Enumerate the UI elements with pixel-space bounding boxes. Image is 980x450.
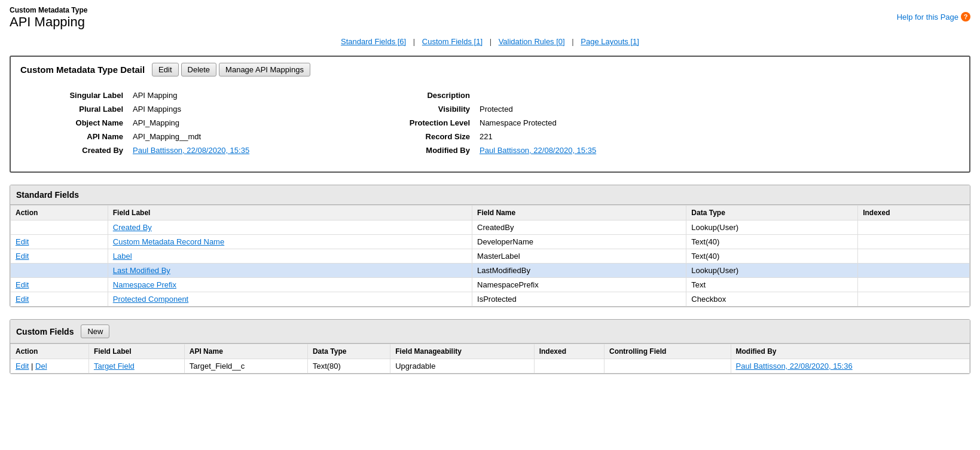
cf-row-action[interactable]: Edit | Del bbox=[11, 359, 89, 374]
cf-row-modified-by[interactable]: Paul Battisson, 22/08/2020, 15:36 bbox=[731, 359, 969, 374]
standard-fields-row: Last Modified ByLastModifiedByLookup(Use… bbox=[11, 264, 970, 278]
sf-row-field-name: MasterLabel bbox=[472, 249, 686, 264]
cf-row-api-name: Target_Field__c bbox=[184, 359, 307, 374]
cf-row-field-label[interactable]: Target Field bbox=[88, 359, 184, 374]
cf-row-controlling-field bbox=[605, 359, 731, 374]
standard-fields-row: EditNamespace PrefixNamespacePrefixText bbox=[11, 278, 970, 292]
sf-row-action[interactable]: Edit bbox=[11, 249, 108, 264]
cf-del-link[interactable]: Del bbox=[35, 362, 47, 371]
visibility-value: Protected bbox=[475, 102, 960, 116]
custom-fields-title: Custom Fields bbox=[16, 327, 74, 336]
col-field-name: Field Name bbox=[472, 206, 686, 221]
sf-row-action bbox=[11, 221, 108, 235]
detail-row-object-name: Object Name API_Mapping Protection Level… bbox=[20, 116, 960, 130]
metadata-type-label: Custom Metadata Type bbox=[10, 6, 87, 14]
cf-row-data-type: Text(80) bbox=[307, 359, 390, 374]
sf-edit-link[interactable]: Edit bbox=[16, 295, 29, 304]
custom-fields-row: Edit | DelTarget FieldTarget_Field__cTex… bbox=[11, 359, 970, 374]
api-name-value: API_Mapping__mdt bbox=[128, 130, 367, 143]
detail-row-created-by: Created By Paul Battisson, 22/08/2020, 1… bbox=[20, 143, 960, 157]
sf-row-field-name: CreatedBy bbox=[472, 221, 686, 235]
detail-row-singular-label: Singular Label API Mapping Description bbox=[20, 88, 960, 102]
sf-row-data-type: Text(40) bbox=[686, 235, 858, 249]
col-indexed: Indexed bbox=[858, 206, 970, 221]
cf-row-indexed bbox=[534, 359, 604, 374]
modified-by-link[interactable]: Paul Battisson, 22/08/2020, 15:35 bbox=[480, 146, 596, 155]
cf-row-field-label-link[interactable]: Target Field bbox=[94, 362, 135, 371]
cf-row-manageability: Upgradable bbox=[390, 359, 534, 374]
sf-field-label-link[interactable]: Custom Metadata Record Name bbox=[113, 237, 224, 246]
custom-fields-header: Custom Fields New bbox=[10, 320, 970, 344]
sf-field-label-link[interactable]: Last Modified By bbox=[113, 266, 170, 275]
sf-row-field-name: NamespacePrefix bbox=[472, 278, 686, 292]
manage-api-mappings-button[interactable]: Manage API Mappings bbox=[219, 63, 310, 76]
cf-edit-link[interactable]: Edit bbox=[16, 362, 29, 371]
visibility-label: Visibility bbox=[367, 102, 475, 116]
custom-fields-section: Custom Fields New Action Field Label API… bbox=[10, 319, 970, 374]
page-header: Custom Metadata Type API Mapping Help fo… bbox=[10, 6, 970, 30]
standard-fields-header: Standard Fields bbox=[10, 185, 970, 205]
sf-row-data-type: Checkbox bbox=[686, 292, 858, 307]
plural-label-label: Plural Label bbox=[20, 102, 128, 116]
detail-fields-table: Singular Label API Mapping Description P… bbox=[20, 88, 960, 157]
col-data-type: Data Type bbox=[686, 206, 858, 221]
sf-row-field-label: Custom Metadata Record Name bbox=[108, 235, 472, 249]
nav-standard-fields[interactable]: Standard Fields [6] bbox=[341, 37, 406, 46]
page-title-section: Custom Metadata Type API Mapping bbox=[10, 6, 87, 30]
sf-row-indexed bbox=[858, 292, 970, 307]
standard-fields-row: EditCustom Metadata Record NameDeveloper… bbox=[11, 235, 970, 249]
api-name-label: API Name bbox=[20, 130, 128, 143]
object-name-label: Object Name bbox=[20, 116, 128, 130]
sf-row-data-type: Text(40) bbox=[686, 249, 858, 264]
cf-row-modified-by-link[interactable]: Paul Battisson, 22/08/2020, 15:36 bbox=[736, 362, 853, 371]
sf-edit-link[interactable]: Edit bbox=[16, 237, 29, 246]
sf-row-field-label: Protected Component bbox=[108, 292, 472, 307]
edit-button[interactable]: Edit bbox=[152, 63, 178, 76]
cf-col-field-label: Field Label bbox=[88, 344, 184, 359]
custom-fields-col-headers: Action Field Label API Name Data Type Fi… bbox=[11, 344, 970, 359]
cf-col-api-name: API Name bbox=[184, 344, 307, 359]
sf-field-label-link[interactable]: Namespace Prefix bbox=[113, 280, 176, 289]
sf-field-label-link[interactable]: Created By bbox=[113, 223, 152, 232]
detail-row-api-name: API Name API_Mapping__mdt Record Size 22… bbox=[20, 130, 960, 143]
sf-row-action[interactable]: Edit bbox=[11, 278, 108, 292]
sf-field-label-link[interactable]: Protected Component bbox=[113, 295, 188, 304]
sf-row-field-name: DeveloperName bbox=[472, 235, 686, 249]
object-name-value: API_Mapping bbox=[128, 116, 367, 130]
created-by-link[interactable]: Paul Battisson, 22/08/2020, 15:35 bbox=[133, 146, 249, 155]
standard-fields-row: EditProtected ComponentIsProtectedCheckb… bbox=[11, 292, 970, 307]
nav-sep-2: | bbox=[490, 37, 491, 46]
nav-custom-fields[interactable]: Custom Fields [1] bbox=[422, 37, 483, 46]
standard-fields-table: Action Field Label Field Name Data Type … bbox=[10, 205, 970, 307]
sf-row-indexed bbox=[858, 249, 970, 264]
sf-row-action[interactable]: Edit bbox=[11, 235, 108, 249]
delete-button[interactable]: Delete bbox=[181, 63, 217, 76]
cf-col-indexed: Indexed bbox=[534, 344, 604, 359]
record-size-label: Record Size bbox=[367, 130, 475, 143]
plural-label-value: API Mappings bbox=[128, 102, 367, 116]
nav-validation-rules[interactable]: Validation Rules [0] bbox=[499, 37, 565, 46]
col-action: Action bbox=[11, 206, 108, 221]
cf-col-controlling-field: Controlling Field bbox=[605, 344, 731, 359]
created-by-value: Paul Battisson, 22/08/2020, 15:35 bbox=[128, 143, 367, 157]
description-label: Description bbox=[367, 88, 475, 102]
cf-col-modified-by: Modified By bbox=[731, 344, 969, 359]
help-link[interactable]: Help for this Page ? bbox=[897, 12, 970, 22]
custom-fields-table: Action Field Label API Name Data Type Fi… bbox=[10, 344, 970, 374]
sf-row-data-type: Text bbox=[686, 278, 858, 292]
sf-field-label-link[interactable]: Label bbox=[113, 252, 132, 261]
help-icon: ? bbox=[961, 12, 970, 22]
sf-row-data-type: Lookup(User) bbox=[686, 221, 858, 235]
new-custom-field-button[interactable]: New bbox=[81, 325, 109, 338]
standard-fields-row: Created ByCreatedByLookup(User) bbox=[11, 221, 970, 235]
col-field-label: Field Label bbox=[108, 206, 472, 221]
protection-level-label: Protection Level bbox=[367, 116, 475, 130]
sf-row-field-label: Last Modified By bbox=[108, 264, 472, 278]
cf-col-field-manageability: Field Manageability bbox=[390, 344, 534, 359]
cf-col-data-type: Data Type bbox=[307, 344, 390, 359]
detail-row-plural-label: Plural Label API Mappings Visibility Pro… bbox=[20, 102, 960, 116]
sf-edit-link[interactable]: Edit bbox=[16, 280, 29, 289]
nav-page-layouts[interactable]: Page Layouts [1] bbox=[581, 37, 639, 46]
sf-edit-link[interactable]: Edit bbox=[16, 252, 29, 261]
sf-row-action[interactable]: Edit bbox=[11, 292, 108, 307]
